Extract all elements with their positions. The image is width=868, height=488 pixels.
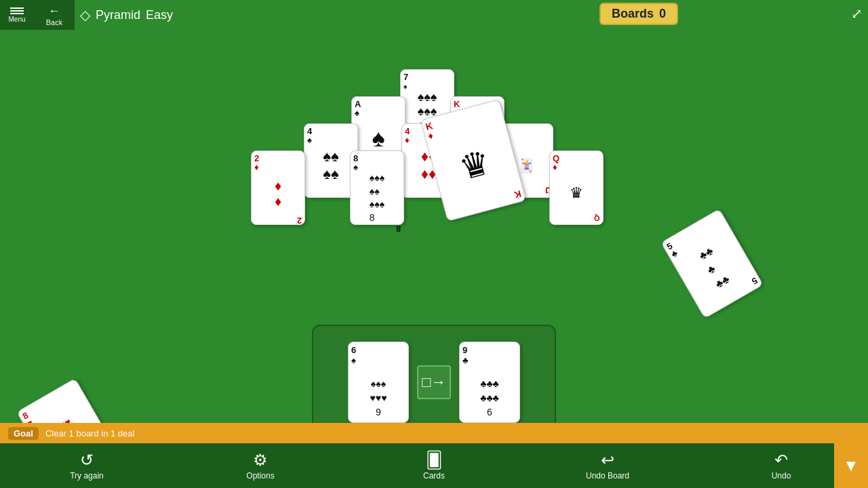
- back-label: Back: [46, 18, 62, 26]
- expand-icon: ▼: [843, 456, 859, 475]
- back-arrow-icon: ←: [48, 4, 60, 18]
- header: Menu ← Back ◇ Pyramid Easy Boards 0 ⤢: [0, 0, 868, 30]
- boards-label: Boards: [612, 7, 654, 21]
- card-5-clubs[interactable]: 5♣ ♣♣♣♣♣ 5: [660, 209, 764, 319]
- cards-button[interactable]: 🂠 Cards: [400, 451, 468, 481]
- card-2-diamonds[interactable]: 2♦ ♦ ♦ 2: [251, 150, 305, 225]
- options-button[interactable]: ⚙ Options: [226, 451, 294, 481]
- cards-label: Cards: [423, 471, 445, 481]
- try-again-label: Try again: [70, 471, 104, 481]
- game-table: 7 ♠♠♠♠♠♠♠ 7 A♠ ♠ A K♦ 👑 K 4♠ ♠♠♠♠ 4 4♦ ♦…: [0, 30, 868, 457]
- undo-label: Undo: [772, 471, 791, 481]
- goal-bar: Goal Clear 1 board in 1 deal: [0, 423, 868, 443]
- menu-icon-line2: [10, 10, 24, 12]
- transfer-icon: □→: [417, 365, 451, 399]
- card-king-face[interactable]: K♦ ♛ K: [420, 99, 526, 222]
- back-button[interactable]: ← Back: [34, 0, 75, 30]
- undo-board-label: Undo Board: [586, 471, 629, 481]
- goal-description: Clear 1 board in 1 deal: [45, 428, 135, 439]
- game-name: Pyramid: [96, 8, 140, 22]
- menu-button[interactable]: Menu: [0, 0, 34, 30]
- try-again-button[interactable]: ↺ Try again: [53, 451, 121, 481]
- boards-count: 0: [659, 7, 666, 21]
- options-icon: ⚙: [253, 451, 268, 470]
- card-8-spades[interactable]: 8♠ ♠♠♠♠♠♠♠♠8 8: [350, 150, 404, 225]
- undo-button[interactable]: ↶ Undo: [747, 451, 815, 481]
- difficulty-label: Easy: [146, 8, 173, 22]
- goal-label-badge: Goal: [8, 427, 39, 440]
- popup-card-6-spades[interactable]: 6♠ ♠♠♠♥♥♥9: [348, 342, 409, 423]
- try-again-icon: ↺: [80, 451, 94, 470]
- toolbar: ↺ Try again ⚙ Options 🂠 Cards ↩ Undo Boa…: [0, 443, 868, 488]
- boards-counter: Boards 0: [599, 3, 678, 25]
- undo-icon: ↶: [774, 451, 788, 470]
- menu-icon-line1: [10, 7, 24, 9]
- popup-card-9-clubs[interactable]: 9♣ ♣♣♣♣♣♣6: [459, 342, 520, 423]
- undo-board-icon: ↩: [601, 451, 614, 470]
- card-queen-diamonds[interactable]: Q♦ ♛ Q: [549, 150, 604, 225]
- fullscreen-button[interactable]: ⤢: [851, 5, 863, 22]
- toolbar-expand-button[interactable]: ▼: [834, 443, 868, 488]
- undo-board-button[interactable]: ↩ Undo Board: [574, 451, 642, 481]
- options-label: Options: [246, 471, 274, 481]
- game-logo-icon: ◇: [80, 7, 90, 23]
- menu-icon-line3: [10, 13, 24, 14]
- popup-card-area: 6♠ ♠♠♠♥♥♥9 □→ 9♣ ♣♣♣♣♣♣6: [348, 342, 520, 423]
- menu-label: Menu: [8, 16, 25, 23]
- game-title: ◇ Pyramid Easy: [75, 7, 173, 23]
- cards-icon: 🂠: [426, 451, 443, 470]
